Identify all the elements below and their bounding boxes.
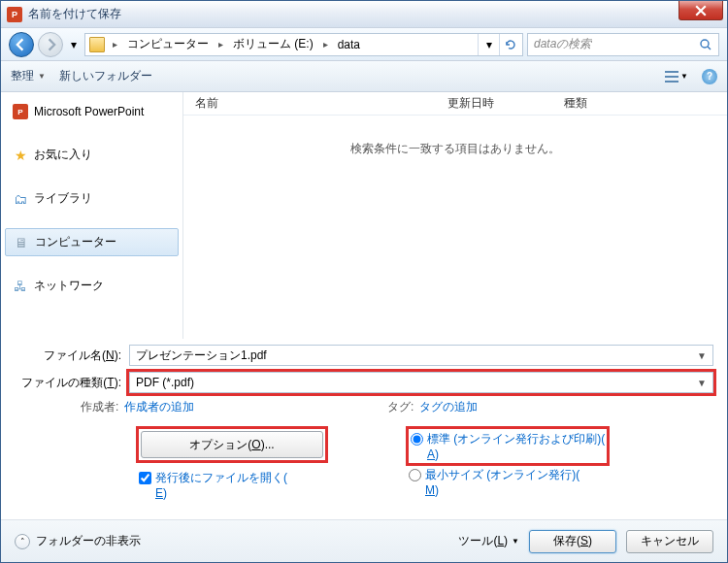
chevron-down-icon[interactable]: ▼ <box>697 350 707 361</box>
open-after-publish-checkbox[interactable]: 発行後にファイルを開く(E) <box>139 470 391 500</box>
filename-label: ファイル名(N): <box>15 348 129 364</box>
network-icon: 🖧 <box>13 279 28 294</box>
breadcrumb-data[interactable]: data <box>334 34 364 55</box>
save-as-dialog: P 名前を付けて保存 ▾ ▸ コンピューター ▸ ボリューム (E:) ▸ da… <box>0 0 728 563</box>
sidebar-item-powerpoint[interactable]: P Microsoft PowerPoint <box>1 98 182 125</box>
breadcrumb-computer[interactable]: コンピューター <box>123 34 213 55</box>
cancel-button[interactable]: キャンセル <box>626 530 713 553</box>
filetype-label: ファイルの種類(T): <box>15 375 129 391</box>
svg-rect-3 <box>665 81 678 83</box>
svg-rect-1 <box>665 71 678 73</box>
svg-point-0 <box>701 40 709 48</box>
arrow-left-icon <box>15 38 28 51</box>
arrow-right-icon <box>44 38 57 51</box>
min-size-radio[interactable]: 最小サイズ (オンライン発行)(M) <box>409 467 607 497</box>
add-tag-link[interactable]: タグの追加 <box>419 399 478 415</box>
filetype-select[interactable]: PDF (*.pdf) ▼ <box>129 372 713 393</box>
refresh-icon <box>505 39 516 50</box>
nav-back-button[interactable] <box>9 32 34 57</box>
search-icon <box>699 38 712 51</box>
view-mode-button[interactable]: ▼ <box>659 67 694 86</box>
radio-input[interactable] <box>409 469 421 481</box>
breadcrumb-dropdown[interactable]: ▾ <box>478 34 499 55</box>
list-icon <box>665 71 678 83</box>
radio-input[interactable] <box>411 433 423 446</box>
author-label: 作成者: <box>81 399 118 415</box>
chevron-up-icon: ˄ <box>15 534 30 549</box>
computer-icon: 🖥 <box>14 235 29 250</box>
breadcrumb-bar[interactable]: ▸ コンピューター ▸ ボリューム (E:) ▸ data ▾ <box>84 33 523 56</box>
options-button[interactable]: オプション(O)... <box>141 431 323 458</box>
chevron-down-icon[interactable]: ▼ <box>697 378 707 388</box>
nav-forward-button[interactable] <box>38 32 63 57</box>
search-placeholder: dataの検索 <box>534 36 591 52</box>
sidebar-item-computer[interactable]: 🖥 コンピューター <box>5 228 179 256</box>
tag-label: タグ: <box>387 399 414 415</box>
nav-history-dropdown[interactable]: ▾ <box>67 38 81 51</box>
app-icon: P <box>7 7 22 22</box>
titlebar[interactable]: P 名前を付けて保存 <box>1 1 727 28</box>
footer: ˄ フォルダーの非表示 ツール(L) ▼ 保存(S) キャンセル <box>1 519 727 562</box>
window-title: 名前を付けて保存 <box>28 6 121 22</box>
sidebar-item-network[interactable]: 🖧 ネットワーク <box>1 272 182 300</box>
refresh-button[interactable] <box>499 34 520 55</box>
checkbox-input[interactable] <box>139 472 151 484</box>
chevron-right-icon[interactable]: ▸ <box>215 39 227 50</box>
body-area: P Microsoft PowerPoint ★ お気に入り 🗂 ライブラリ 🖥… <box>1 92 727 339</box>
star-icon: ★ <box>13 148 28 163</box>
organize-button[interactable]: 整理▼ <box>11 68 46 84</box>
column-date[interactable]: 更新日時 <box>447 95 564 112</box>
column-headers: 名前 更新日時 種類 <box>183 92 727 116</box>
breadcrumb-volume[interactable]: ボリューム (E:) <box>229 34 317 55</box>
chevron-right-icon[interactable]: ▸ <box>109 39 121 50</box>
sidebar-item-libraries[interactable]: 🗂 ライブラリ <box>1 184 182 213</box>
library-icon: 🗂 <box>13 191 28 207</box>
new-folder-button[interactable]: 新しいフォルダー <box>59 68 152 84</box>
close-button[interactable] <box>678 1 723 20</box>
nav-bar: ▾ ▸ コンピューター ▸ ボリューム (E:) ▸ data ▾ dataの検… <box>1 28 727 61</box>
tools-dropdown[interactable]: ツール(L) ▼ <box>458 533 519 549</box>
folder-icon <box>89 37 105 52</box>
filename-input[interactable]: プレゼンテーション1.pdf ▼ <box>129 345 713 366</box>
powerpoint-icon: P <box>13 104 28 119</box>
column-type[interactable]: 種類 <box>564 95 642 112</box>
help-button[interactable]: ? <box>702 69 717 84</box>
file-list[interactable]: 名前 更新日時 種類 検索条件に一致する項目はありません。 <box>183 92 727 339</box>
svg-rect-2 <box>665 76 678 78</box>
form-area: ファイル名(N): プレゼンテーション1.pdf ▼ ファイルの種類(T): P… <box>1 339 727 505</box>
empty-message: 検索条件に一致する項目はありません。 <box>183 116 727 182</box>
chevron-right-icon[interactable]: ▸ <box>319 39 332 50</box>
hide-folders-button[interactable]: ˄ フォルダーの非表示 <box>15 533 141 549</box>
close-icon <box>695 5 707 17</box>
add-author-link[interactable]: 作成者の追加 <box>124 399 194 415</box>
sidebar-item-favorites[interactable]: ★ お気に入り <box>1 141 182 169</box>
sidebar: P Microsoft PowerPoint ★ お気に入り 🗂 ライブラリ 🖥… <box>1 92 183 339</box>
standard-quality-radio[interactable]: 標準 (オンライン発行および印刷)(A) <box>411 431 605 461</box>
search-input[interactable]: dataの検索 <box>527 33 719 56</box>
toolbar: 整理▼ 新しいフォルダー ▼ ? <box>1 61 727 92</box>
column-name[interactable]: 名前 <box>195 95 447 112</box>
save-button[interactable]: 保存(S) <box>529 530 616 553</box>
